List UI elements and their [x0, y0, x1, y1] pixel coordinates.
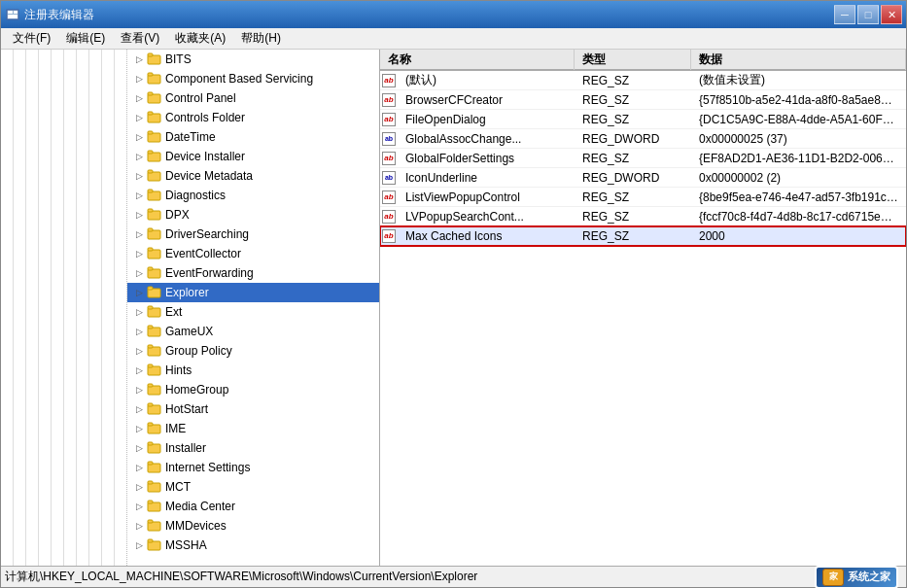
row-name: IconUnderline [398, 169, 575, 187]
tree-expand-arrow[interactable]: ▷ [131, 346, 147, 356]
tree-scroll-area[interactable]: ▷ BITS ▷ Component Based Servicing ▷ Con… [127, 50, 379, 566]
tree-item-label: DateTime [165, 130, 216, 144]
reg-sz-icon: ab [382, 93, 396, 107]
tree-expand-arrow[interactable]: ▷ [131, 385, 147, 395]
tree-item[interactable]: ▷ DriverSearching [127, 225, 379, 244]
folder-icon [147, 363, 162, 378]
tree-item[interactable]: ▷ Device Installer [127, 147, 379, 166]
tree-expand-arrow[interactable]: ▷ [131, 404, 147, 414]
reg-sz-icon: ab [382, 74, 396, 87]
svg-rect-33 [148, 326, 153, 329]
column-data[interactable]: 数据 [691, 50, 906, 70]
menu-favorites[interactable]: 收藏夹(A) [167, 28, 233, 49]
folder-icon [147, 285, 162, 300]
tree-expand-arrow[interactable]: ▷ [131, 249, 147, 259]
reg-sz-icon: ab [382, 113, 396, 126]
tree-expand-arrow[interactable]: ▷ [131, 229, 147, 239]
tree-expand-arrow[interactable]: ▷ [131, 93, 147, 103]
row-name: GlobalFolderSettings [398, 150, 575, 167]
tree-item-label: HotStart [165, 402, 208, 416]
table-row[interactable]: ab LVPopupSearchCont... REG_SZ {fccf70c8… [380, 207, 906, 226]
folder-icon [147, 71, 162, 86]
tree-item[interactable]: ▷ HotStart [127, 399, 379, 419]
tree-item[interactable]: ▷ Controls Folder [127, 108, 379, 127]
tree-item[interactable]: ▷ Installer [127, 438, 379, 458]
main-content: ▷ BITS ▷ Component Based Servicing ▷ Con… [1, 50, 906, 566]
close-button[interactable]: ✕ [881, 5, 902, 24]
tree-expand-arrow[interactable]: ▷ [131, 152, 147, 161]
column-type[interactable]: 类型 [575, 50, 691, 70]
svg-rect-37 [148, 364, 153, 367]
tree-item[interactable]: ▷ MMDevices [127, 516, 379, 536]
menu-help[interactable]: 帮助(H) [233, 28, 289, 49]
reg-sz-icon: ab [382, 210, 396, 224]
tree-expand-arrow[interactable]: ▷ [131, 463, 147, 472]
menu-file[interactable]: 文件(F) [5, 28, 58, 49]
tree-item[interactable]: ▷ Explorer [127, 283, 379, 302]
svg-rect-49 [148, 481, 153, 484]
tree-expand-arrow[interactable]: ▷ [131, 482, 147, 492]
tree-expand-arrow[interactable]: ▷ [131, 210, 147, 220]
table-body[interactable]: ab (默认) REG_SZ (数值未设置) ab BrowserCFCreat… [380, 71, 906, 566]
row-type: REG_DWORD [575, 130, 691, 148]
table-row[interactable]: ab GlobalAssocChange... REG_DWORD 0x0000… [380, 129, 906, 149]
window-title: 注册表编辑器 [24, 7, 834, 23]
tree-item[interactable]: ▷ GameUX [127, 322, 379, 341]
row-icon: ab [380, 190, 398, 204]
tree-expand-arrow[interactable]: ▷ [131, 327, 147, 336]
tree-item[interactable]: ▷ Hints [127, 361, 379, 380]
column-name[interactable]: 名称 [380, 50, 575, 70]
table-row[interactable]: ab GlobalFolderSettings REG_SZ {EF8AD2D1… [380, 149, 906, 168]
svg-rect-1 [8, 11, 13, 14]
minimize-button[interactable]: ─ [834, 5, 855, 24]
tree-expand-arrow[interactable]: ▷ [131, 424, 147, 433]
tree-item[interactable]: ▷ IME [127, 419, 379, 438]
table-row[interactable]: ab (默认) REG_SZ (数值未设置) [380, 71, 906, 90]
tree-item[interactable]: ▷ HomeGroup [127, 380, 379, 399]
tree-item[interactable]: ▷ MSSHA [127, 536, 379, 555]
tree-expand-arrow[interactable]: ▷ [131, 54, 147, 64]
tree-item[interactable]: ▷ BITS [127, 50, 379, 69]
tree-item[interactable]: ▷ DateTime [127, 127, 379, 147]
row-name: (默认) [398, 71, 575, 90]
tree-expand-arrow[interactable]: ▷ [131, 268, 147, 278]
tree-expand-arrow[interactable]: ▷ [131, 288, 147, 297]
tree-item[interactable]: ▷ Group Policy [127, 341, 379, 361]
tree-item[interactable]: ▷ Control Panel [127, 88, 379, 108]
tree-item[interactable]: ▷ Media Center [127, 497, 379, 516]
registry-tree[interactable]: ▷ BITS ▷ Component Based Servicing ▷ Con… [1, 50, 380, 566]
tree-item[interactable]: ▷ MCT [127, 477, 379, 497]
row-name: LVPopupSearchCont... [398, 208, 575, 225]
table-row[interactable]: ab IconUnderline REG_DWORD 0x00000002 (2… [380, 168, 906, 188]
menu-edit[interactable]: 编辑(E) [58, 28, 113, 49]
row-icon: ab [380, 210, 398, 224]
tree-item[interactable]: ▷ Ext [127, 302, 379, 322]
table-row[interactable]: ab ListViewPopupControl REG_SZ {8be9f5ea… [380, 188, 906, 207]
tree-expand-arrow[interactable]: ▷ [131, 365, 147, 375]
tree-item[interactable]: ▷ EventCollector [127, 244, 379, 263]
row-data: 0x00000002 (2) [691, 169, 906, 187]
tree-expand-arrow[interactable]: ▷ [131, 74, 147, 84]
tree-item[interactable]: ▷ DPX [127, 205, 379, 225]
tree-expand-arrow[interactable]: ▷ [131, 521, 147, 531]
tree-expand-arrow[interactable]: ▷ [131, 171, 147, 181]
tree-expand-arrow[interactable]: ▷ [131, 190, 147, 200]
tree-item[interactable]: ▷ Component Based Servicing [127, 69, 379, 88]
tree-item[interactable]: ▷ EventForwarding [127, 263, 379, 283]
tree-expand-arrow[interactable]: ▷ [131, 307, 147, 317]
menu-view[interactable]: 查看(V) [113, 28, 167, 49]
tree-expand-arrow[interactable]: ▷ [131, 132, 147, 142]
tree-expand-arrow[interactable]: ▷ [131, 443, 147, 453]
window-controls: ─ □ ✕ [834, 5, 902, 24]
svg-rect-25 [148, 248, 153, 251]
tree-item[interactable]: ▷ Diagnostics [127, 186, 379, 205]
maximize-button[interactable]: □ [857, 5, 879, 24]
table-row[interactable]: ab Max Cached Icons REG_SZ 2000 [380, 226, 906, 246]
tree-expand-arrow[interactable]: ▷ [131, 502, 147, 511]
tree-expand-arrow[interactable]: ▷ [131, 540, 147, 550]
table-row[interactable]: ab FileOpenDialog REG_SZ {DC1C5A9C-E88A-… [380, 110, 906, 129]
tree-item[interactable]: ▷ Internet Settings [127, 458, 379, 477]
tree-item[interactable]: ▷ Device Metadata [127, 166, 379, 186]
tree-expand-arrow[interactable]: ▷ [131, 113, 147, 122]
table-row[interactable]: ab BrowserCFCreator REG_SZ {57f8510b-a5e… [380, 90, 906, 110]
